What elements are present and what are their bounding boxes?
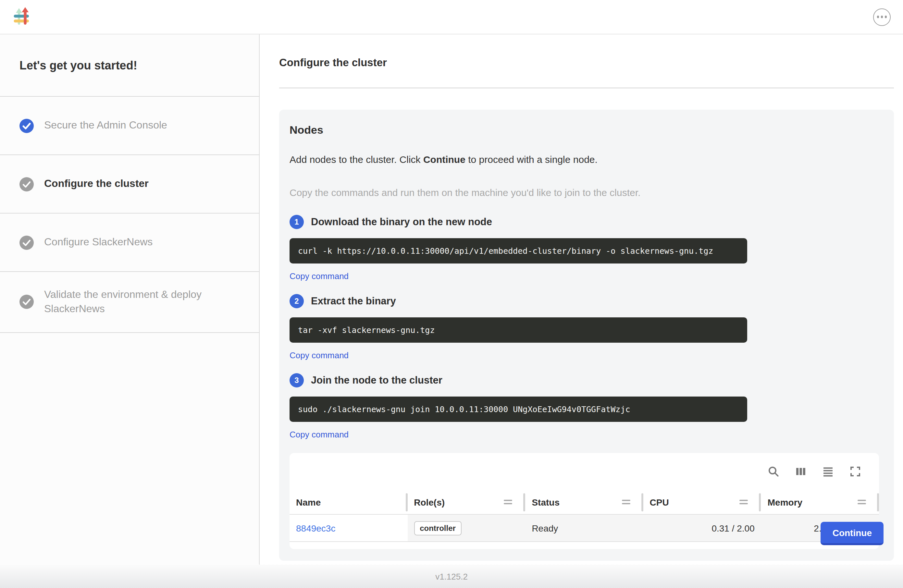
step-number-badge: 3 bbox=[289, 373, 304, 387]
status-value: Ready bbox=[532, 523, 558, 533]
sidebar-item-label: Configure the cluster bbox=[44, 177, 149, 192]
check-circle-pending-icon bbox=[19, 295, 34, 309]
column-menu-icon[interactable] bbox=[504, 500, 512, 504]
check-circle-pending-icon bbox=[19, 177, 34, 191]
step-title: Join the node to the cluster bbox=[311, 374, 442, 386]
join-command-block: sudo ./slackernews-gnu join 10.0.0.11:30… bbox=[289, 396, 747, 422]
title-divider bbox=[279, 88, 894, 88]
density-icon[interactable] bbox=[823, 466, 834, 477]
step-2-header: 2 Extract the binary bbox=[289, 294, 884, 308]
sidebar-item-label: Configure SlackerNews bbox=[44, 235, 153, 250]
check-circle-completed-icon bbox=[19, 118, 34, 133]
step-title: Extract the binary bbox=[311, 295, 396, 307]
column-menu-icon[interactable] bbox=[857, 500, 866, 504]
node-name-link[interactable]: 8849ec3c bbox=[296, 523, 335, 533]
copy-command-link-2[interactable]: Copy command bbox=[289, 351, 349, 360]
sidebar-item-label: Validate the environment & deploy Slacke… bbox=[44, 288, 233, 317]
step-title: Download the binary on the new node bbox=[311, 216, 492, 228]
node-name-cell: 8849ec3c bbox=[289, 515, 407, 541]
nodes-heading: Nodes bbox=[289, 124, 884, 137]
step-number-badge: 1 bbox=[289, 215, 304, 229]
copy-commands-hint: Copy the commands and run them on the ma… bbox=[289, 187, 884, 198]
download-command-text: curl -k https://10.0.0.11:30000/api/v1/e… bbox=[298, 246, 713, 256]
columns-icon[interactable] bbox=[795, 466, 806, 477]
fullscreen-icon[interactable] bbox=[850, 466, 861, 477]
sidebar-item-validate-deploy: Validate the environment & deploy Slacke… bbox=[0, 272, 259, 333]
column-header-name[interactable]: Name bbox=[289, 490, 407, 514]
step-number-badge: 2 bbox=[289, 294, 304, 308]
column-header-cpu[interactable]: CPU bbox=[643, 490, 761, 514]
nodes-table-card: Name Role(s) Status bbox=[289, 453, 879, 549]
check-circle-pending-icon bbox=[19, 235, 34, 250]
node-table-row: 8849ec3c controller Ready 0.31 / 2.00 2. bbox=[289, 515, 879, 542]
sidebar-item-label: Secure the Admin Console bbox=[44, 118, 167, 133]
cpu-value: 0.31 / 2.00 bbox=[711, 523, 754, 533]
column-menu-icon[interactable] bbox=[622, 500, 630, 504]
download-command-block: curl -k https://10.0.0.11:30000/api/v1/e… bbox=[289, 238, 747, 264]
role-chip: controller bbox=[414, 521, 462, 535]
top-bar bbox=[0, 0, 903, 35]
sidebar-item-configure-cluster: Configure the cluster bbox=[0, 155, 259, 214]
page-title: Configure the cluster bbox=[279, 57, 894, 69]
join-command-text: sudo ./slackernews-gnu join 10.0.0.11:30… bbox=[298, 404, 630, 414]
sidebar-item-secure-admin-console: Secure the Admin Console bbox=[0, 97, 259, 155]
step-3-header: 3 Join the node to the cluster bbox=[289, 373, 884, 387]
copy-command-link-1[interactable]: Copy command bbox=[289, 271, 349, 281]
column-header-status[interactable]: Status bbox=[525, 490, 643, 514]
extract-command-text: tar -xvf slackernews-gnu.tgz bbox=[298, 325, 435, 335]
sidebar-heading: Let's get you started! bbox=[0, 35, 259, 97]
search-icon[interactable] bbox=[768, 466, 779, 477]
main-content: Configure the cluster Nodes Add nodes to… bbox=[260, 35, 903, 564]
ellipsis-menu-button[interactable] bbox=[873, 8, 890, 26]
node-roles-cell: controller bbox=[407, 515, 525, 541]
table-header-row: Name Role(s) Status bbox=[289, 490, 879, 515]
version-label: v1.125.2 bbox=[435, 571, 468, 581]
nodes-intro: Add nodes to the cluster. Click Continue… bbox=[289, 154, 884, 165]
app-window: Let's get you started! Secure the Admin … bbox=[0, 0, 903, 588]
column-separator[interactable] bbox=[877, 493, 879, 511]
node-status-cell: Ready bbox=[525, 515, 643, 541]
copy-command-link-3[interactable]: Copy command bbox=[289, 430, 349, 439]
setup-steps-sidebar: Let's get you started! Secure the Admin … bbox=[0, 35, 260, 564]
column-header-memory[interactable]: Memory bbox=[761, 490, 879, 514]
ellipsis-icon bbox=[877, 16, 879, 18]
step-1-header: 1 Download the binary on the new node bbox=[289, 215, 884, 229]
sidebar-item-configure-slackernews: Configure SlackerNews bbox=[0, 214, 259, 272]
app-footer: v1.125.2 bbox=[0, 564, 903, 588]
node-cpu-cell: 0.31 / 2.00 bbox=[643, 515, 761, 541]
table-toolbar bbox=[289, 453, 879, 490]
column-menu-icon[interactable] bbox=[740, 500, 748, 504]
extract-command-block: tar -xvf slackernews-gnu.tgz bbox=[289, 318, 747, 343]
nodes-card: Nodes Add nodes to the cluster. Click Co… bbox=[279, 110, 894, 561]
app-logo-icon bbox=[13, 7, 32, 27]
continue-emphasis: Continue bbox=[423, 154, 466, 165]
column-header-roles[interactable]: Role(s) bbox=[407, 490, 525, 514]
continue-button[interactable]: Continue bbox=[821, 522, 884, 545]
